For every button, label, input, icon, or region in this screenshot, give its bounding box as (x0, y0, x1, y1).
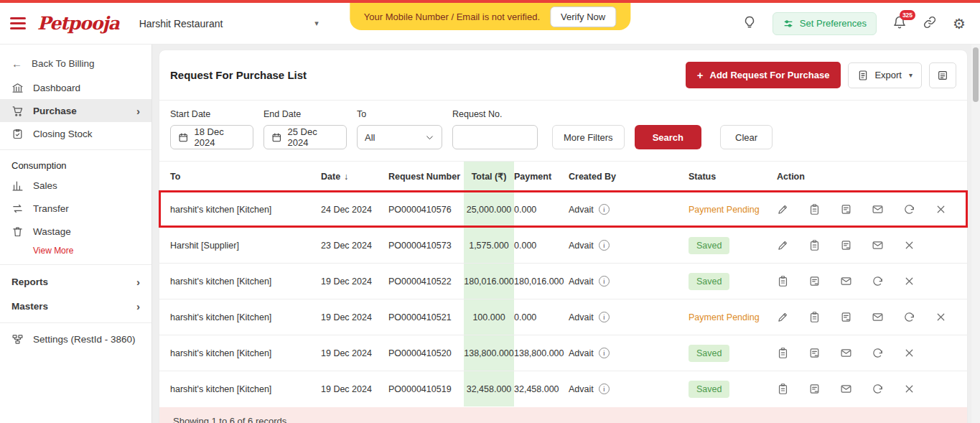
row-status: Saved (689, 335, 771, 371)
verify-now-button[interactable]: Verify Now (550, 6, 616, 27)
sidebar-item-reports[interactable]: Reports › (0, 269, 151, 294)
request-no-group: Request No. (452, 109, 538, 149)
sidebar-item-settings[interactable]: Settings (RestId - 3860) (0, 327, 151, 350)
notifications-bell-icon[interactable]: 325 (892, 15, 907, 32)
close-icon[interactable] (903, 347, 915, 359)
add-request-for-purchase-button[interactable]: + Add Request For Purchase (686, 62, 841, 88)
divider (0, 149, 151, 150)
note-icon[interactable] (840, 311, 852, 323)
row-total: 180,016.000 (464, 264, 514, 299)
col-request-number: Request Number (388, 162, 464, 191)
restaurant-selector[interactable]: Harshit Restaurant ▾ (139, 18, 319, 29)
scrollbar-thumb[interactable] (973, 47, 979, 102)
row-payment: 180,016.000 (514, 264, 569, 299)
cycle-icon[interactable] (872, 275, 884, 287)
row-date: 23 Dec 2024 (321, 228, 388, 263)
copy-icon[interactable] (808, 239, 821, 251)
sidebar-item-masters[interactable]: Masters › (0, 294, 151, 318)
sidebar-item-dashboard[interactable]: Dashboard (0, 76, 151, 99)
more-filters-button[interactable]: More Filters (552, 125, 625, 149)
table-body: harshit's kitchen [Kitchen]24 Dec 2024PO… (159, 191, 967, 406)
to-select[interactable]: All (357, 125, 442, 149)
col-date[interactable]: Date ↓ (321, 162, 388, 191)
sidebar-item-transfer[interactable]: Transfer (0, 197, 151, 220)
note-icon[interactable] (808, 383, 821, 395)
col-status: Status (689, 162, 771, 191)
request-no-input[interactable] (452, 125, 538, 149)
note-icon[interactable] (840, 203, 852, 215)
petpooja-logo[interactable]: Petpooja (37, 13, 119, 34)
status-badge: Payment Pending (689, 312, 760, 322)
close-icon[interactable] (935, 203, 947, 215)
hamburger-menu-icon[interactable] (10, 17, 26, 29)
records-summary-bar: Showing 1 to 6 of 6 records (159, 407, 967, 423)
row-total: 25,000.000 (464, 192, 514, 227)
info-icon[interactable]: i (599, 204, 610, 215)
row-payment: 138,800.000 (514, 335, 569, 371)
status-badge: Saved (689, 381, 729, 398)
set-preferences-button[interactable]: Set Preferences (773, 12, 877, 35)
col-action: Action (771, 162, 956, 191)
search-button[interactable]: Search (635, 125, 701, 149)
info-icon[interactable]: i (599, 348, 610, 358)
bulk-download-button[interactable] (929, 62, 956, 88)
mail-icon[interactable] (872, 203, 884, 215)
edit-icon[interactable] (777, 203, 789, 215)
note-icon[interactable] (840, 239, 852, 251)
copy-icon[interactable] (808, 311, 821, 323)
copy-icon[interactable] (777, 275, 789, 287)
row-created-by: Advaiti (569, 299, 689, 335)
status-badge: Saved (689, 237, 729, 254)
mail-icon[interactable] (840, 275, 852, 287)
sidebar-item-closing-stock[interactable]: Closing Stock (0, 122, 151, 145)
close-icon[interactable] (903, 383, 915, 395)
status-badge: Saved (689, 345, 729, 362)
row-date: 19 Dec 2024 (321, 264, 388, 299)
copy-icon[interactable] (777, 347, 789, 359)
close-icon[interactable] (935, 311, 947, 323)
gear-icon[interactable]: ⚙ (953, 17, 966, 31)
view-more-link[interactable]: View More (0, 243, 151, 260)
sidebar-item-wastage[interactable]: Wastage (0, 220, 151, 243)
sidebar-item-purchase[interactable]: Purchase › (0, 99, 151, 122)
row-actions (771, 264, 956, 299)
cycle-icon[interactable] (903, 203, 915, 215)
note-icon[interactable] (808, 275, 821, 287)
copy-icon[interactable] (808, 203, 821, 215)
cycle-icon[interactable] (872, 347, 884, 359)
row-total: 138,800.000 (464, 335, 514, 371)
edit-icon[interactable] (777, 311, 789, 323)
sliders-icon (783, 18, 794, 29)
start-date-input[interactable]: 18 Dec 2024 (170, 125, 253, 149)
end-date-input[interactable]: 25 Dec 2024 (263, 125, 347, 149)
filters-bar: Start Date 18 Dec 2024 End Date 25 Dec 2… (159, 101, 967, 161)
clear-button[interactable]: Clear (720, 125, 773, 149)
edit-icon[interactable] (777, 239, 789, 251)
info-icon[interactable]: i (599, 384, 610, 394)
mail-icon[interactable] (872, 311, 884, 323)
row-total: 32,458.000 (464, 371, 514, 406)
close-icon[interactable] (903, 275, 915, 287)
info-icon[interactable]: i (599, 312, 610, 322)
link-icon[interactable] (923, 15, 937, 32)
row-request-number: PO0000410521 (388, 299, 464, 335)
export-button[interactable]: Export ▾ (848, 62, 922, 88)
whats-new-bulb-icon[interactable] (742, 15, 757, 32)
calendar-icon (178, 132, 189, 143)
table-row: Harshit [Supplier]23 Dec 2024PO000041057… (159, 227, 967, 263)
row-actions (771, 228, 956, 263)
mail-icon[interactable] (840, 347, 852, 359)
back-to-billing[interactable]: ← Back To Billing (0, 50, 151, 76)
close-icon[interactable] (903, 239, 915, 251)
mail-icon[interactable] (872, 239, 884, 251)
row-actions (771, 335, 956, 371)
cycle-icon[interactable] (872, 383, 884, 395)
note-icon[interactable] (808, 347, 821, 359)
info-icon[interactable]: i (599, 240, 610, 251)
vertical-scrollbar[interactable] (971, 45, 980, 423)
mail-icon[interactable] (840, 383, 852, 395)
info-icon[interactable]: i (599, 276, 610, 287)
sidebar-item-sales[interactable]: Sales (0, 174, 151, 197)
copy-icon[interactable] (777, 383, 789, 395)
cycle-icon[interactable] (903, 311, 915, 323)
